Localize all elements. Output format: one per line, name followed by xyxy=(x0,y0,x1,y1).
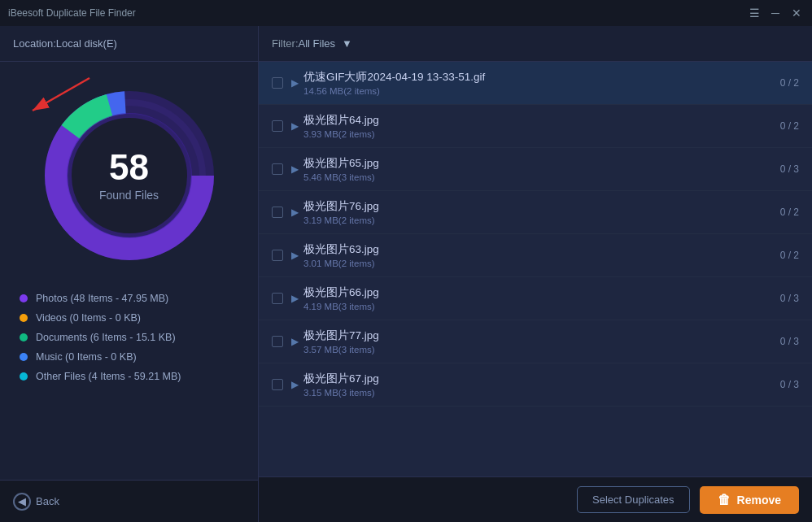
window-controls: ☰ ─ ✕ xyxy=(747,6,804,20)
file-name: 极光图片65.jpg xyxy=(303,156,772,171)
file-count: 0 / 2 xyxy=(780,120,799,132)
file-checkbox[interactable] xyxy=(272,336,283,347)
expand-icon[interactable]: ▶ xyxy=(291,250,299,261)
back-label: Back xyxy=(36,495,59,507)
back-button[interactable]: ◀ Back xyxy=(13,493,59,511)
file-count: 0 / 3 xyxy=(780,163,799,175)
found-files-count: 58 xyxy=(99,150,159,185)
file-name: 极光图片66.jpg xyxy=(303,285,772,300)
minimize-icon[interactable]: ─ xyxy=(768,6,783,20)
donut-chart: 58 Found Files xyxy=(32,78,227,273)
legend-dot xyxy=(20,314,28,322)
file-checkbox[interactable] xyxy=(272,77,283,89)
file-list[interactable]: ▶ 优速GIF大师2024-04-19 13-33-51.gif 14.56 M… xyxy=(259,62,812,476)
file-meta: 4.19 MB(3 items) xyxy=(303,302,772,311)
legend-text: Videos (0 Items - 0 KB) xyxy=(36,312,141,324)
remove-icon: 🗑 xyxy=(718,493,731,507)
file-name: 极光图片76.jpg xyxy=(303,199,772,214)
file-info: 极光图片63.jpg 3.01 MB(2 items) xyxy=(303,242,772,268)
back-icon: ◀ xyxy=(13,493,31,511)
file-info: 极光图片66.jpg 4.19 MB(3 items) xyxy=(303,285,772,311)
filter-dropdown[interactable]: All Files ▼ xyxy=(299,37,352,50)
right-panel: Filter: All Files ▼ ▶ 优速GIF大师2024-04-19 … xyxy=(259,26,812,522)
legend-item: Videos (0 Items - 0 KB) xyxy=(20,312,238,324)
legend-dot xyxy=(20,372,28,381)
file-count: 0 / 2 xyxy=(780,77,799,89)
file-checkbox[interactable] xyxy=(272,207,283,218)
table-row[interactable]: ▶ 极光图片76.jpg 3.19 MB(2 items) 0 / 2 xyxy=(259,191,812,234)
chart-center: 58 Found Files xyxy=(99,150,159,202)
expand-icon[interactable]: ▶ xyxy=(291,207,299,218)
file-checkbox[interactable] xyxy=(272,379,283,390)
file-info: 极光图片65.jpg 5.46 MB(3 items) xyxy=(303,156,772,182)
file-info: 极光图片67.jpg 3.15 MB(3 items) xyxy=(303,372,772,398)
legend-dot xyxy=(20,294,28,302)
filter-chevron-icon: ▼ xyxy=(342,37,352,50)
file-name: 极光图片64.jpg xyxy=(303,113,772,128)
legend-item: Documents (6 Items - 15.1 KB) xyxy=(20,332,238,343)
legend-text: Photos (48 Items - 47.95 MB) xyxy=(36,293,168,304)
file-name: 极光图片63.jpg xyxy=(303,242,772,257)
file-name: 极光图片77.jpg xyxy=(303,328,772,343)
expand-icon[interactable]: ▶ xyxy=(291,77,299,89)
legend-text: Other Files (4 Items - 59.21 MB) xyxy=(36,371,181,382)
file-name: 优速GIF大师2024-04-19 13-33-51.gif xyxy=(303,70,772,85)
remove-button[interactable]: 🗑 Remove xyxy=(700,486,799,514)
select-duplicates-button[interactable]: Select Duplicates xyxy=(577,486,689,513)
file-name: 极光图片67.jpg xyxy=(303,372,772,386)
file-meta: 3.01 MB(2 items) xyxy=(303,259,772,268)
found-files-label: Found Files xyxy=(99,189,159,202)
title-bar: iBeesoft Duplicate File Finder ☰ ─ ✕ xyxy=(0,0,812,26)
table-row[interactable]: ▶ 极光图片77.jpg 3.57 MB(3 items) 0 / 3 xyxy=(259,320,812,363)
legend-text: Music (0 Items - 0 KB) xyxy=(36,351,137,363)
file-meta: 3.15 MB(3 items) xyxy=(303,388,772,398)
file-count: 0 / 3 xyxy=(780,293,799,304)
close-icon[interactable]: ✕ xyxy=(789,6,804,20)
file-count: 0 / 2 xyxy=(780,207,799,218)
location-bar: Location:Local disk(E) xyxy=(0,26,258,62)
legend-dot xyxy=(20,333,28,341)
file-info: 极光图片76.jpg 3.19 MB(2 items) xyxy=(303,199,772,225)
legend-item: Photos (48 Items - 47.95 MB) xyxy=(20,293,238,304)
file-meta: 5.46 MB(3 items) xyxy=(303,172,772,182)
remove-label: Remove xyxy=(737,494,781,507)
table-row[interactable]: ▶ 极光图片64.jpg 3.93 MB(2 items) 0 / 2 xyxy=(259,105,812,148)
bottom-bar: ◀ Back xyxy=(0,480,258,522)
expand-icon[interactable]: ▶ xyxy=(291,293,299,304)
expand-icon[interactable]: ▶ xyxy=(291,336,299,347)
table-row[interactable]: ▶ 极光图片66.jpg 4.19 MB(3 items) 0 / 3 xyxy=(259,277,812,320)
table-row[interactable]: ▶ 极光图片63.jpg 3.01 MB(2 items) 0 / 2 xyxy=(259,234,812,277)
file-meta: 14.56 MB(2 items) xyxy=(303,86,772,96)
filter-label: Filter: xyxy=(272,37,299,50)
file-meta: 3.57 MB(3 items) xyxy=(303,345,772,355)
file-checkbox[interactable] xyxy=(272,163,283,175)
location-label: Location:Local disk(E) xyxy=(13,37,117,50)
filter-value: All Files xyxy=(299,37,336,50)
legend-item: Music (0 Items - 0 KB) xyxy=(20,351,238,363)
file-info: 极光图片64.jpg 3.93 MB(2 items) xyxy=(303,113,772,139)
app-title: iBeesoft Duplicate File Finder xyxy=(8,7,136,19)
legend: Photos (48 Items - 47.95 MB) Videos (0 I… xyxy=(0,293,258,390)
action-bar: Select Duplicates 🗑 Remove xyxy=(259,476,812,522)
file-checkbox[interactable] xyxy=(272,120,283,132)
main-layout: Location:Local disk(E) xyxy=(0,26,812,522)
expand-icon[interactable]: ▶ xyxy=(291,379,299,390)
legend-dot xyxy=(20,353,28,361)
file-count: 0 / 3 xyxy=(780,379,799,390)
expand-icon[interactable]: ▶ xyxy=(291,120,299,132)
menu-icon[interactable]: ☰ xyxy=(747,6,762,20)
table-row[interactable]: ▶ 优速GIF大师2024-04-19 13-33-51.gif 14.56 M… xyxy=(259,62,812,105)
expand-icon[interactable]: ▶ xyxy=(291,163,299,175)
table-row[interactable]: ▶ 极光图片65.jpg 5.46 MB(3 items) 0 / 3 xyxy=(259,148,812,191)
filter-bar: Filter: All Files ▼ xyxy=(259,26,812,62)
file-info: 极光图片77.jpg 3.57 MB(3 items) xyxy=(303,328,772,355)
file-count: 0 / 2 xyxy=(780,250,799,261)
file-meta: 3.93 MB(2 items) xyxy=(303,129,772,139)
file-count: 0 / 3 xyxy=(780,336,799,347)
legend-item: Other Files (4 Items - 59.21 MB) xyxy=(20,371,238,382)
legend-text: Documents (6 Items - 15.1 KB) xyxy=(36,332,176,343)
left-panel: Location:Local disk(E) xyxy=(0,26,259,522)
file-checkbox[interactable] xyxy=(272,250,283,261)
file-checkbox[interactable] xyxy=(272,293,283,304)
table-row[interactable]: ▶ 极光图片67.jpg 3.15 MB(3 items) 0 / 3 xyxy=(259,363,812,407)
